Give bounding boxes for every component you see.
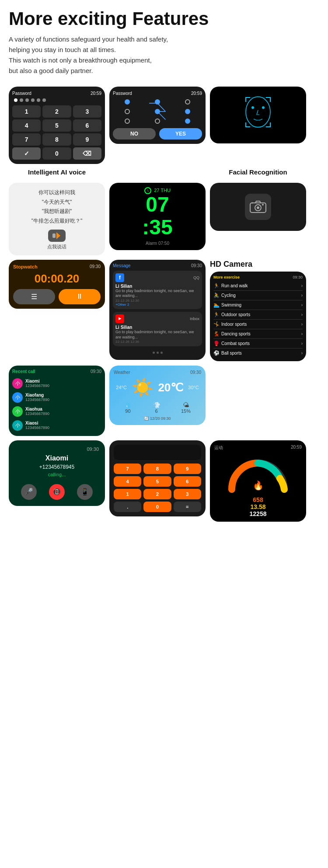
stopwatch-screen: Stopwatch 09:30 00:00.20 ☰ ⏸ xyxy=(9,260,105,309)
msg-app-row-1: f QQ xyxy=(115,273,199,282)
calc-key-eq[interactable]: = xyxy=(174,502,201,512)
calc-key-5[interactable]: 5 xyxy=(143,476,171,487)
weather-temp-main: 20℃ xyxy=(158,381,183,394)
sports-header: 运动 20:59 xyxy=(214,445,302,451)
stat-steps: 12258 xyxy=(214,510,302,517)
calc-key-2[interactable]: 8 xyxy=(143,464,171,474)
key-1[interactable]: 1 xyxy=(12,105,41,118)
avatar-xiaosi: 小 xyxy=(12,420,23,431)
key-4[interactable]: 4 xyxy=(12,119,41,132)
dot-4 xyxy=(31,98,35,102)
sw-list-btn[interactable]: ☰ xyxy=(13,289,55,304)
pdot-5 xyxy=(155,109,160,114)
ball-icon: ⚽ xyxy=(213,350,220,356)
messages-screen: Message 09:30 f QQ Li Silian Go to play … xyxy=(109,260,206,360)
dot-2 xyxy=(20,98,23,102)
screen-button[interactable]: 📱 xyxy=(77,484,93,500)
clock-hour: 07 xyxy=(114,194,201,215)
key-3[interactable]: 3 xyxy=(73,105,101,118)
ai-chat-screen: 你可以这样问我 "今天的天气" "我想听越剧" "牛排怎么煎最好吃？" 点我说话 xyxy=(9,183,105,255)
clock-screen: 27 THU 07 :35 Alarm 07:50 xyxy=(109,183,206,250)
ex-combat: 🥊 Combat sports › xyxy=(213,339,303,349)
calculator-screen: 7 8 9 4 5 6 1 2 3 . 0 = xyxy=(109,440,206,516)
name-xiaofang: Xiaofang xyxy=(25,393,49,397)
face-svg xyxy=(241,91,276,135)
name-xiaosi: Xiaosi xyxy=(25,421,49,425)
dot-1 xyxy=(14,98,17,102)
outdoor-icon: 🏃 xyxy=(213,312,220,317)
ai-chat-cell: 你可以这样问我 "今天的天气" "我想听越剧" "牛排怎么煎最好吃？" 点我说话 xyxy=(9,183,105,255)
msg-extra-1: +Other 2 xyxy=(115,303,199,307)
calc-key-1[interactable]: 7 xyxy=(114,464,141,474)
calls-header: Recent call 09:30 xyxy=(12,369,101,374)
name-xiaohua: Xiaohua xyxy=(25,407,49,411)
cycling-arrow: › xyxy=(301,293,303,298)
row-6: 09:30 Xiaomi +12345678945 calling... 🎤 📵… xyxy=(9,440,319,522)
mute-button[interactable]: 🎤 xyxy=(21,484,37,500)
msg-time-1: 22-12-26 12:30 xyxy=(115,299,199,303)
humidity-stat: 💧 90 xyxy=(124,401,132,414)
calc-key-0[interactable]: 0 xyxy=(143,502,171,512)
row-3: 你可以这样问我 "今天的天气" "我想听越剧" "牛排怎么煎最好吃？" 点我说话 xyxy=(9,183,319,255)
calc-key-7[interactable]: 1 xyxy=(114,489,141,499)
key-8[interactable]: 8 xyxy=(42,133,71,146)
swimming-label: Swimming xyxy=(221,303,241,307)
pattern-password-cell: Password 20:59 xyxy=(109,87,206,144)
key-2[interactable]: 2 xyxy=(42,105,71,118)
calc-key-dot[interactable]: . xyxy=(114,502,141,512)
calling-screen: 09:30 Xiaomi +12345678945 calling... 🎤 📵… xyxy=(9,440,105,506)
svg-point-16 xyxy=(262,204,264,206)
calc-key-4[interactable]: 4 xyxy=(114,476,141,487)
password-numeric-cell: Password 20:59 1 2 3 4 5 6 xyxy=(9,87,105,164)
calc-key-6[interactable]: 6 xyxy=(174,476,201,487)
key-check[interactable]: ✓ xyxy=(12,147,41,160)
ex-run: 🏃 Run and walk › xyxy=(213,281,303,291)
key-9[interactable]: 9 xyxy=(73,133,101,146)
combat-label: Combat sports xyxy=(221,341,250,346)
msg-sender-2: Li Silian xyxy=(115,325,199,330)
key-5[interactable]: 5 xyxy=(42,119,71,132)
calc-key-8[interactable]: 2 xyxy=(143,489,171,499)
key-7[interactable]: 7 xyxy=(12,133,41,146)
key-backspace[interactable]: ⌫ xyxy=(73,147,101,160)
weather-low: 24°C xyxy=(116,385,127,390)
calc-key-9[interactable]: 3 xyxy=(174,489,201,499)
ai-chat-text: 你可以这样问我 "今天的天气" "我想听越剧" "牛排怎么煎最好吃？" xyxy=(14,188,100,226)
ex-header: More exercise 09:30 xyxy=(213,275,303,279)
wind-val: 6 xyxy=(153,408,160,414)
pattern-yes-btn[interactable]: YES xyxy=(159,128,202,139)
call-xiaosi: 小 Xiaosi 12345667890 xyxy=(12,418,101,432)
weather-high: 30°C xyxy=(188,385,199,390)
weather-sun-icon: ☀️ xyxy=(132,377,154,398)
messages-cell: Message 09:30 f QQ Li Silian Go to play … xyxy=(109,260,206,360)
dot-5 xyxy=(37,98,40,102)
run-arrow: › xyxy=(301,283,303,288)
name-xiaomi: Xiaomi xyxy=(25,379,49,383)
pattern-no-btn[interactable]: NO xyxy=(113,128,156,139)
sports-screen: 运动 20:59 🔥 xyxy=(210,440,306,522)
camera-cell xyxy=(210,183,306,231)
sports-time: 20:59 xyxy=(291,445,302,451)
ai-mic-button[interactable] xyxy=(48,230,66,242)
key-0[interactable]: 0 xyxy=(42,147,71,160)
key-6[interactable]: 6 xyxy=(73,119,101,132)
calling-cell: 09:30 Xiaomi +12345678945 calling... 🎤 📵… xyxy=(9,440,105,506)
ex-indoor: 🤸 Indoor sports › xyxy=(213,320,303,329)
ex-swimming: 🏊 Swimming › xyxy=(213,300,303,310)
svg-point-7 xyxy=(262,106,265,109)
weather-stats: 💧 90 💨 6 🌤 15% xyxy=(114,401,201,414)
weather-screen: Weather 09:30 24°C ☀️ 20℃ 30°C 💧 90 xyxy=(109,366,206,425)
msg-sender-1: Li Silian xyxy=(115,284,199,289)
pw-header: Password 20:59 xyxy=(12,91,101,96)
end-call-button[interactable]: 📵 xyxy=(49,484,65,500)
call-xiaomi: 小 Xiaomi 12345667890 xyxy=(12,376,101,390)
humidity-icon: 💧 xyxy=(124,401,132,408)
calc-key-3[interactable]: 9 xyxy=(174,464,201,474)
dot-c xyxy=(161,352,163,354)
sw-pause-btn[interactable]: ⏸ xyxy=(59,289,101,304)
num-xiaohua: 12345667890 xyxy=(25,411,49,416)
facial-label-cell: Facial Recognition xyxy=(210,168,306,178)
combat-icon: 🥊 xyxy=(213,341,220,346)
sw-elapsed: 00:00.20 xyxy=(13,272,101,286)
pdot-8 xyxy=(155,119,160,124)
